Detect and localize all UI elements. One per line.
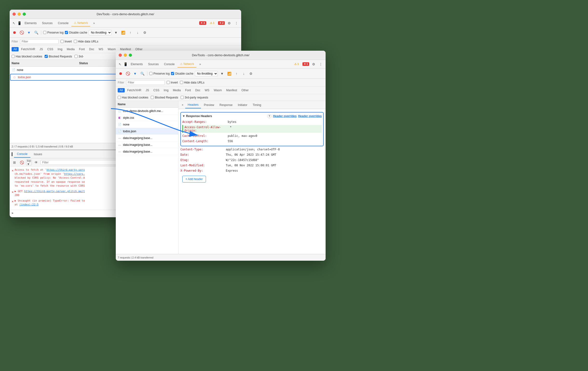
settings-icon-1[interactable]	[226, 20, 232, 26]
more-icon-1[interactable]	[233, 20, 239, 26]
stop-recording-icon-1[interactable]: ⏺	[11, 30, 17, 35]
upload-icon-1[interactable]: ↑	[127, 30, 133, 35]
cursor-icon-1[interactable]: ↖	[11, 21, 16, 26]
tab-console-1[interactable]: Console	[55, 20, 71, 26]
blocked-requests-checkbox-1[interactable]	[45, 55, 48, 58]
header-overrides-text[interactable]: Header overrides	[298, 114, 322, 118]
get-link-1[interactable]: https://third-party-server.glitch.me/t	[24, 190, 85, 193]
preserve-log-checkbox-1[interactable]	[43, 31, 46, 34]
settings-icon-2[interactable]	[311, 61, 316, 67]
resource-tab-media-1[interactable]: Media	[65, 47, 77, 51]
filter-input-2[interactable]	[126, 80, 165, 85]
cors-link-2[interactable]: https://cors-	[64, 172, 85, 175]
preserve-log-checkbox-2[interactable]	[149, 72, 152, 75]
blocked-cookies-checkbox-3[interactable]	[118, 96, 121, 99]
search-icon-2[interactable]: 🔍	[139, 71, 145, 76]
cursor-icon-2[interactable]: ↖	[118, 62, 123, 67]
resource-tab-fetch-1[interactable]: Fetch/XHR	[19, 47, 37, 51]
detail-tab-initiator[interactable]: Initiator	[235, 102, 250, 108]
tab-network-2[interactable]: ⚠ Network	[178, 61, 196, 68]
resource-tab-font-1[interactable]: Font	[77, 47, 87, 51]
resource-tab-all-2[interactable]: All	[118, 88, 125, 92]
more-icon-2[interactable]	[318, 61, 324, 67]
wifi-icon-2[interactable]: 📶	[226, 71, 232, 76]
file-row-cors-demo[interactable]: 📄 cors-demo-devtools.glitch.me...	[116, 108, 178, 114]
clear-icon-2[interactable]: 🚫	[125, 71, 131, 76]
file-row-img-2[interactable]: — data:image/png;base...	[116, 142, 178, 148]
add-header-button[interactable]: + Add header	[182, 176, 206, 183]
file-row-todos-json[interactable]: 📄 todos.json	[116, 128, 178, 135]
resource-tab-wasm-2[interactable]: Wasm	[212, 88, 224, 92]
console-tab-console-1[interactable]: Console	[14, 151, 30, 158]
invert-checkbox-1[interactable]	[61, 40, 64, 43]
close-button-1[interactable]	[12, 12, 16, 16]
download-icon-2[interactable]: ↓	[241, 71, 247, 76]
throttle-down-icon-1[interactable]: ▼	[113, 30, 119, 35]
file-row-img-1[interactable]: — data:image/png;base...	[116, 135, 178, 142]
tab-sources-2[interactable]: Sources	[146, 61, 161, 67]
resource-tab-doc-2[interactable]: Doc	[193, 88, 202, 92]
resource-tab-js-1[interactable]: JS	[38, 47, 45, 51]
console-ban-icon-1[interactable]: 🚫	[19, 160, 25, 165]
tab-more-1[interactable]: »	[91, 20, 97, 26]
maximize-button-1[interactable]	[23, 12, 26, 16]
resource-tab-manifest-2[interactable]: Manifest	[224, 88, 239, 92]
phone-icon-1[interactable]: 📱	[17, 21, 22, 26]
third-party-checkbox-2[interactable]	[181, 96, 184, 99]
resource-tab-js-2[interactable]: JS	[144, 88, 151, 92]
resource-tab-doc-1[interactable]: Doc	[87, 47, 96, 51]
resource-tab-img-2[interactable]: Img	[162, 88, 170, 92]
console-context-select-1[interactable]: top ▼	[26, 160, 32, 165]
resource-tab-img-1[interactable]: Img	[56, 47, 64, 51]
wifi-icon-1[interactable]: 📶	[120, 30, 126, 35]
resource-tab-css-1[interactable]: CSS	[45, 47, 55, 51]
throttling-select-2[interactable]: No throttling	[195, 71, 218, 76]
resource-tab-fetch-2[interactable]: Fetch/XHR	[125, 88, 143, 92]
detail-tab-response[interactable]: Response	[217, 102, 235, 108]
hide-data-urls-checkbox-2[interactable]	[180, 81, 183, 84]
resource-tab-media-2[interactable]: Media	[171, 88, 183, 92]
maximize-button-2[interactable]	[129, 54, 132, 57]
tab-more-2[interactable]: »	[197, 61, 203, 67]
detail-tab-timing[interactable]: Timing	[250, 102, 264, 108]
console-sidebar-icon-1[interactable]: ⊞	[11, 160, 17, 165]
tab-console-2[interactable]: Console	[162, 61, 177, 67]
resource-tab-css-2[interactable]: CSS	[151, 88, 161, 92]
minimize-button-2[interactable]	[124, 54, 127, 57]
tab-sources-1[interactable]: Sources	[40, 20, 55, 26]
blocked-cookies-checkbox-1[interactable]	[11, 55, 15, 58]
hide-data-urls-checkbox-1[interactable]	[74, 40, 77, 43]
resource-tab-font-2[interactable]: Font	[183, 88, 193, 92]
clear-icon-1[interactable]: 🚫	[19, 30, 25, 35]
disable-cache-checkbox-1[interactable]	[65, 31, 68, 34]
network-gear-icon-1[interactable]	[142, 30, 148, 35]
resource-tab-ws-1[interactable]: WS	[97, 47, 105, 51]
phone-icon-2[interactable]: 📱	[123, 62, 128, 67]
disable-cache-checkbox-2[interactable]	[171, 72, 174, 75]
tab-network-1[interactable]: ⚠ Network	[71, 20, 90, 27]
detail-tab-preview[interactable]: Preview	[201, 102, 217, 108]
file-row-none[interactable]: 📄 none	[116, 121, 178, 128]
filter-icon-2[interactable]: ▼	[132, 71, 138, 76]
file-row-style-css[interactable]: ◧ style.css	[116, 114, 178, 121]
filter-input-1[interactable]	[20, 39, 59, 44]
header-overrides-link[interactable]: Header overrides	[273, 114, 297, 118]
resource-tab-ws-2[interactable]: WS	[203, 88, 211, 92]
resource-tab-other-2[interactable]: Other	[240, 88, 251, 92]
minimize-button-1[interactable]	[18, 12, 21, 16]
tab-elements-2[interactable]: Elements	[128, 61, 145, 67]
close-button-2[interactable]	[119, 54, 122, 57]
resource-tab-all-1[interactable]: All	[11, 47, 19, 51]
upload-icon-2[interactable]: ↑	[234, 71, 240, 76]
network-gear-icon-2[interactable]	[248, 71, 254, 76]
filter-icon-1[interactable]: ▼	[26, 30, 32, 35]
search-icon-1[interactable]: 🔍	[33, 30, 39, 35]
throttle-down-icon-2[interactable]: ▼	[219, 71, 225, 76]
throttling-select-1[interactable]: No throttling	[89, 30, 112, 35]
cors-link-1[interactable]: https://third-party-serv	[47, 168, 85, 171]
file-row-img-3[interactable]: — data:image/png;base...	[116, 148, 178, 155]
detail-close-button[interactable]: ×	[180, 103, 185, 107]
index-link-1[interactable]: (index):22:5	[19, 203, 38, 206]
console-tab-issues-1[interactable]: Issues	[31, 151, 45, 157]
download-icon-1[interactable]: ↓	[135, 30, 141, 35]
